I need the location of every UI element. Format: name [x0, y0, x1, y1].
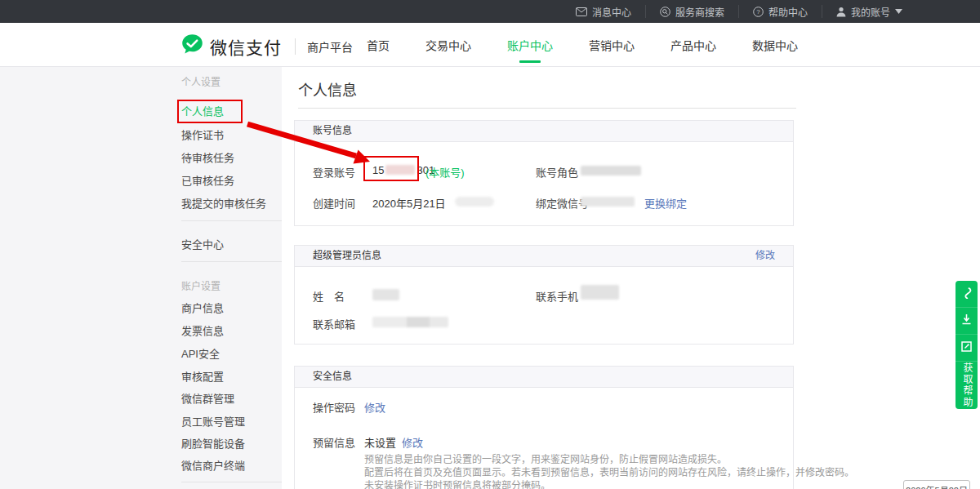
account-role-label: 账号角色	[536, 164, 578, 180]
logo[interactable]: 微信支付 商户平台	[181, 33, 353, 59]
security-section-title: 安全信息	[313, 367, 352, 387]
topbar-item-label: 帮助中心	[768, 5, 808, 19]
title-divider	[298, 108, 796, 109]
topbar-item-label: 服务商搜索	[675, 5, 724, 19]
topbar-provider-search[interactable]: 服务商搜索	[646, 0, 738, 23]
topbar-my-account[interactable]: 我的账号	[822, 0, 916, 23]
get-help-button[interactable]: 获取帮助	[956, 362, 978, 409]
feedback-button[interactable]	[956, 335, 978, 362]
sidebar-item-operation-certificate[interactable]: 操作证书	[181, 127, 224, 142]
rebind-link[interactable]: 更换绑定	[644, 195, 687, 211]
header: 微信支付 商户平台 首页 交易中心 账户中心 营销中心 产品中心 数据中心	[0, 23, 980, 67]
sidebar-header-account-settings: 账户设置	[181, 278, 220, 292]
super-admin-section: 超级管理员信息 修改 姓 名 联系手机 联系邮箱	[294, 245, 794, 345]
contact-phone-label: 联系手机	[536, 288, 578, 304]
current-account-tag: (本账号)	[425, 164, 465, 180]
account-info-section: 账号信息 登录账号 15301 (本账号) 账号角色 创建时间 2020年5月2…	[294, 120, 794, 226]
reserved-info-status: 未设置	[364, 434, 396, 450]
redacted-account-role	[581, 166, 641, 176]
sidebar-item-my-submitted-tasks[interactable]: 我提交的审核任务	[181, 195, 266, 211]
redacted-contact-phone	[581, 285, 619, 300]
date-tooltip: 2020年5月22日	[903, 480, 970, 489]
sidebar-item-review-config[interactable]: 审核配置	[181, 368, 224, 384]
admin-section-title: 超级管理员信息	[313, 246, 381, 266]
name-label: 姓 名	[313, 288, 345, 304]
reserved-modify-link[interactable]: 修改	[402, 434, 423, 450]
contact-email-label: 联系邮箱	[313, 316, 355, 331]
nav-item-account-center[interactable]: 账户中心	[507, 22, 553, 68]
mail-icon	[576, 7, 587, 16]
page-title: 个人信息	[298, 78, 357, 100]
caret-down-icon	[895, 9, 902, 14]
account-section-title: 账号信息	[313, 121, 352, 141]
admin-modify-link[interactable]: 修改	[755, 246, 775, 266]
reserved-info-label: 预留信息	[313, 434, 355, 450]
main-content: 个人信息 账号信息 登录账号 15301 (本账号) 账号角色 创建时间 202…	[282, 67, 980, 489]
sidebar-item-wechat-group-mgmt[interactable]: 微信群管理	[181, 390, 234, 406]
redacted-wechat-id	[581, 197, 635, 207]
sidebar-divider	[181, 261, 282, 262]
sidebar: 个人设置 个人信息 操作证书 待审核任务 已审核任务 我提交的审核任务 安全中心…	[181, 67, 282, 489]
user-icon	[836, 7, 846, 17]
redacted-contact-email	[372, 317, 448, 327]
sidebar-item-reviewed-tasks[interactable]: 已审核任务	[181, 172, 234, 188]
nav-item-home[interactable]: 首页	[367, 22, 390, 68]
search-circle-icon	[660, 7, 670, 17]
password-modify-link[interactable]: 修改	[364, 399, 385, 415]
logo-text: 微信支付	[210, 34, 282, 59]
nav-item-marketing[interactable]: 营销中心	[589, 22, 635, 68]
topbar-items: 消息中心 服务商搜索 ? 帮助中心 我的账号	[562, 0, 916, 23]
sidebar-item-security-center[interactable]: 安全中心	[181, 236, 224, 251]
operation-password-label: 操作密码	[313, 399, 355, 415]
floating-help-panel: 获取帮助	[956, 281, 978, 409]
redacted-name	[372, 289, 399, 300]
sidebar-item-api-security[interactable]: API安全	[181, 345, 220, 361]
redacted-phone-middle	[385, 165, 415, 175]
nav-item-data-center[interactable]: 数据中心	[752, 22, 798, 68]
link-icon	[961, 287, 972, 302]
topbar-message-center[interactable]: 消息中心	[562, 0, 645, 23]
login-account-label: 登录账号	[313, 164, 355, 180]
topbar-help-center[interactable]: ? 帮助中心	[739, 0, 822, 23]
logo-divider	[295, 38, 296, 55]
svg-text:?: ?	[756, 8, 760, 16]
sidebar-item-staff-account-mgmt[interactable]: 员工账号管理	[181, 413, 245, 429]
sidebar-item-personal-info[interactable]: 个人信息	[181, 103, 224, 118]
nav-item-transactions[interactable]: 交易中心	[425, 22, 471, 68]
security-info-section: 安全信息 操作密码 修改 预留信息 未设置 修改 预留信息是由你自己设置的一段文…	[294, 366, 794, 489]
created-time-value: 2020年5月21日	[372, 195, 446, 211]
sidebar-item-pending-review-tasks[interactable]: 待审核任务	[181, 149, 234, 165]
topbar: 消息中心 服务商搜索 ? 帮助中心 我的账号	[0, 0, 980, 23]
wechat-pay-logo-icon	[181, 33, 203, 59]
hotline-link-button[interactable]	[956, 281, 978, 308]
sidebar-divider	[181, 482, 282, 482]
download-button[interactable]	[956, 308, 978, 335]
sidebar-item-merchant-info[interactable]: 商户信息	[181, 300, 224, 315]
sidebar-item-face-pay-devices[interactable]: 刷脸智能设备	[181, 435, 245, 451]
reserved-info-description: 预留信息是由你自己设置的一段文字，用来鉴定网站身份，防止假冒网站造成损失。 配置…	[364, 453, 854, 489]
redacted-created-time	[455, 197, 494, 207]
created-time-label: 创建时间	[313, 195, 355, 211]
nav-item-products[interactable]: 产品中心	[670, 22, 716, 68]
sidebar-item-invoice-info[interactable]: 发票信息	[181, 322, 224, 338]
sidebar-item-merchant-terminal[interactable]: 微信商户终端	[181, 457, 245, 473]
sidebar-divider	[181, 220, 282, 221]
question-circle-icon: ?	[753, 7, 764, 17]
topbar-item-label: 消息中心	[592, 5, 631, 19]
topbar-item-label: 我的账号	[851, 5, 890, 19]
sidebar-header-personal-settings: 个人设置	[181, 74, 220, 88]
edit-icon	[961, 340, 972, 355]
main-nav: 首页 交易中心 账户中心 营销中心 产品中心 数据中心	[367, 23, 798, 66]
platform-label: 商户平台	[307, 38, 353, 55]
download-icon	[961, 313, 972, 328]
